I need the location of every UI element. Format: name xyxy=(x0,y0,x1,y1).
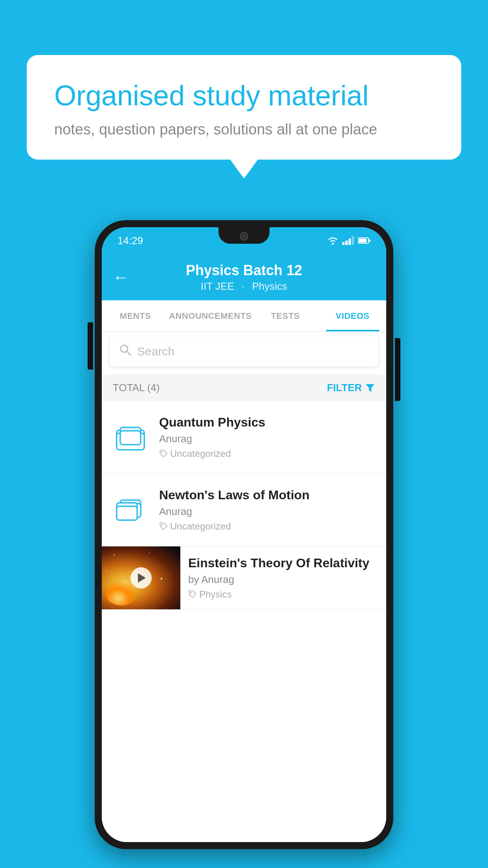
tag-label: Uncategorized xyxy=(170,521,231,532)
svg-rect-15 xyxy=(117,506,137,520)
svg-point-17 xyxy=(190,592,192,594)
item-author: Anurag xyxy=(159,506,375,518)
total-count: TOTAL (4) xyxy=(113,382,160,394)
tag-icon xyxy=(159,449,168,458)
item-title: Newton's Laws of Motion xyxy=(159,488,375,502)
svg-line-5 xyxy=(127,351,131,355)
video-thumbnail xyxy=(102,546,180,609)
header-subtitle: IIT JEE · Physics xyxy=(186,280,302,292)
list-item[interactable]: Quantum Physics Anurag Uncategorized xyxy=(102,401,386,474)
filter-button[interactable]: FILTER xyxy=(327,382,375,394)
svg-rect-10 xyxy=(120,431,141,445)
tab-tests[interactable]: TESTS xyxy=(252,300,319,331)
tab-ments[interactable]: MENTS xyxy=(102,300,169,331)
status-icons xyxy=(327,236,371,245)
folder-icon xyxy=(115,494,146,526)
content-list: Quantum Physics Anurag Uncategorized xyxy=(102,401,386,842)
item-tag: Uncategorized xyxy=(159,521,375,532)
list-item-thumb[interactable]: Einstein's Theory Of Relativity by Anura… xyxy=(102,546,386,610)
svg-point-0 xyxy=(332,243,334,245)
tab-announcements[interactable]: ANNOUNCEMENTS xyxy=(169,300,252,331)
subtitle-dot: · xyxy=(242,280,244,292)
phone-frame: 14:29 xyxy=(95,220,393,849)
item-author: by Anurag xyxy=(188,574,378,586)
camera-icon xyxy=(240,232,248,241)
speech-bubble: Organised study material notes, question… xyxy=(27,55,461,160)
phone-outer: 14:29 xyxy=(95,220,393,849)
item-tag: Uncategorized xyxy=(159,448,375,459)
tag-icon xyxy=(188,590,197,599)
tag-label: Uncategorized xyxy=(170,448,231,459)
subtitle-physics: Physics xyxy=(252,280,287,292)
header-title: Physics Batch 12 xyxy=(186,262,302,279)
play-button[interactable] xyxy=(130,567,152,588)
item-tag: Physics xyxy=(188,589,378,600)
filter-label: FILTER xyxy=(327,382,362,394)
filter-bar: TOTAL (4) FILTER xyxy=(102,374,386,401)
svg-rect-3 xyxy=(359,239,367,243)
play-triangle xyxy=(138,573,146,583)
wifi-icon xyxy=(327,236,338,245)
speech-bubble-container: Organised study material notes, question… xyxy=(27,55,461,160)
filter-icon xyxy=(365,383,375,393)
item-title: Quantum Physics xyxy=(159,415,375,430)
tag-label: Physics xyxy=(199,589,232,600)
svg-rect-2 xyxy=(369,239,371,242)
back-button[interactable]: ← xyxy=(113,268,128,286)
phone-screen: 14:29 xyxy=(102,227,386,842)
tabs-bar: MENTS ANNOUNCEMENTS TESTS VIDEOS xyxy=(102,300,386,332)
item-info: Quantum Physics Anurag Uncategorized xyxy=(159,415,375,459)
item-title: Einstein's Theory Of Relativity xyxy=(188,556,378,570)
phone-notch xyxy=(218,227,270,244)
search-bar[interactable]: Search xyxy=(110,337,378,366)
svg-point-11 xyxy=(161,451,163,453)
battery-icon xyxy=(358,237,371,244)
signal-icon xyxy=(342,236,354,245)
status-time: 14:29 xyxy=(117,235,143,247)
svg-marker-6 xyxy=(366,384,374,392)
search-icon xyxy=(119,344,132,359)
tag-icon xyxy=(159,522,168,531)
svg-point-16 xyxy=(161,524,163,526)
bubble-title: Organised study material xyxy=(54,79,434,112)
item-icon xyxy=(113,492,148,528)
item-icon xyxy=(113,419,148,455)
app-header: ← Physics Batch 12 IIT JEE · Physics xyxy=(102,254,386,300)
list-item[interactable]: Newton's Laws of Motion Anurag Uncategor… xyxy=(102,474,386,546)
folder-icon xyxy=(115,421,146,453)
header-title-block: Physics Batch 12 IIT JEE · Physics xyxy=(186,262,302,292)
thumb-info: Einstein's Theory Of Relativity by Anura… xyxy=(180,546,386,609)
tab-videos[interactable]: VIDEOS xyxy=(319,300,386,331)
item-info: Newton's Laws of Motion Anurag Uncategor… xyxy=(159,488,375,532)
search-placeholder: Search xyxy=(137,345,174,358)
item-author: Anurag xyxy=(159,433,375,445)
bubble-subtitle: notes, question papers, solutions all at… xyxy=(54,121,434,138)
subtitle-iitjee: IIT JEE xyxy=(201,280,234,292)
